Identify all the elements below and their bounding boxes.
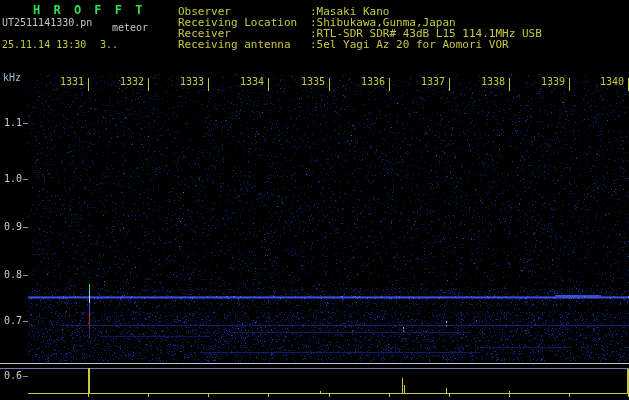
hrofft-screen: H R O F F T UT2511141330.pn meteor 25.11… (0, 0, 629, 400)
spectrogram-canvas (0, 0, 629, 400)
x-tick-1336: 1336 (355, 77, 385, 87)
receiving-antenna-label: Receiving antenna (178, 39, 291, 50)
y-tick-0-7: 0.7 (2, 316, 22, 326)
x-tick-1340: 1340 (594, 77, 624, 87)
x-tick-1331: 1331 (54, 77, 84, 87)
y-tick-0-6: 0.6 (2, 371, 22, 381)
y-tick-1-0: 1.0 (2, 174, 22, 184)
x-tick-1334: 1334 (234, 77, 264, 87)
datetime-label: 25.11.14 13:30 (2, 40, 86, 50)
x-tick-1337: 1337 (415, 77, 445, 87)
x-tick-1332: 1332 (114, 77, 144, 87)
app-title: H R O F F T (33, 4, 145, 16)
meteor-label: meteor (112, 23, 148, 33)
y-tick-0-9: 0.9 (2, 222, 22, 232)
x-tick-1339: 1339 (535, 77, 565, 87)
receiving-antenna-value: :5el Yagi Az 20 for Aomori VOR (310, 39, 509, 50)
x-tick-1335: 1335 (295, 77, 325, 87)
x-tick-1333: 1333 (174, 77, 204, 87)
y-tick-1-1: 1.1 (2, 118, 22, 128)
x-tick-1338: 1338 (475, 77, 505, 87)
y-axis-unit: kHz (3, 73, 21, 83)
filename-label: UT2511141330.pn (2, 18, 92, 28)
y-tick-0-8: 0.8 (2, 270, 22, 280)
counter-label: 3.. (100, 40, 118, 50)
